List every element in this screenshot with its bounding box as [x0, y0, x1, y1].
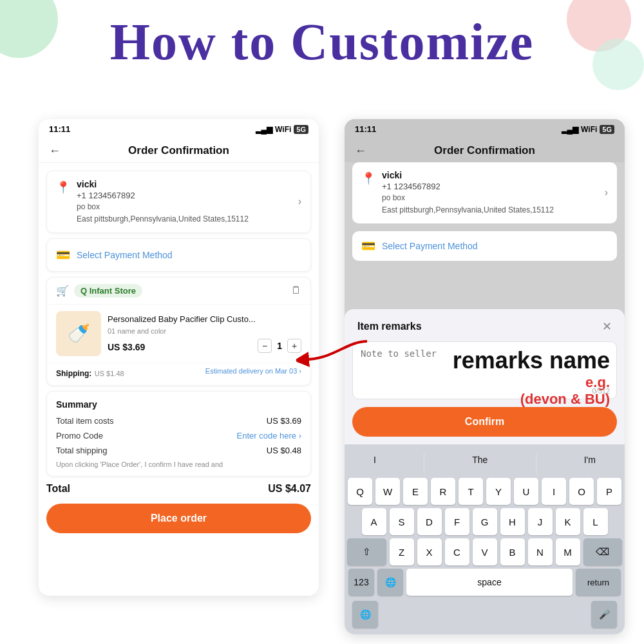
key-Z[interactable]: Z	[390, 538, 414, 565]
key-C[interactable]: C	[445, 538, 469, 565]
key-microphone[interactable]: 🎤	[591, 601, 617, 628]
store-icon-left: 🛒	[56, 285, 69, 297]
store-name-row: 🛒 Q Infant Store	[56, 284, 142, 298]
key-I[interactable]: I	[542, 478, 566, 505]
remarks-close-button[interactable]: ✕	[602, 319, 612, 334]
key-space[interactable]: space	[406, 569, 573, 596]
address-phone-left: +1 1234567892	[77, 191, 298, 200]
payment-card-left[interactable]: 💳 Select Payment Method	[46, 238, 311, 272]
key-K[interactable]: K	[556, 508, 580, 535]
key-T[interactable]: T	[459, 478, 483, 505]
key-H[interactable]: H	[500, 508, 525, 535]
note-icon-left[interactable]: 🗒	[291, 285, 301, 296]
payment-label-right: Select Payment Method	[382, 241, 478, 251]
note-to-seller-input[interactable]	[353, 342, 616, 393]
shipping-row-left: Shipping: US $1.48 Estimated delivery on…	[47, 363, 310, 385]
summary-promo-row[interactable]: Promo Code Enter code here ›	[56, 431, 301, 440]
back-button-right[interactable]: ←	[355, 144, 366, 158]
key-A[interactable]: A	[362, 508, 386, 535]
signal-icon-right: ▂▄▆	[562, 125, 579, 134]
keyboard-row-3: ⇧ Z X C V B N M ⌫	[347, 538, 622, 565]
total-row-left: Total US $4.07	[46, 483, 311, 495]
suggestion-Im[interactable]: I'm	[579, 453, 601, 474]
key-shift[interactable]: ⇧	[347, 538, 386, 565]
key-Q[interactable]: Q	[348, 478, 372, 505]
time-left: 11:11	[49, 124, 70, 134]
keyboard-row-1: Q W E R T Y U I O P	[347, 478, 622, 505]
product-name-left: Personalized Baby Pacifier Clip Custo...	[108, 314, 301, 325]
address-location-right: East pittsburgh,Pennsylvania,United Stat…	[382, 205, 605, 216]
summary-title-left: Summary	[56, 399, 301, 410]
status-icons-right: ▂▄▆ WiFi 5G	[562, 125, 614, 134]
address-phone-right: +1 1234567892	[382, 182, 605, 191]
order-confirmation-header-right: ← Order Confirmation	[345, 139, 625, 162]
address-card-right[interactable]: 📍 vicki +1 1234567892 po box East pittsb…	[352, 162, 617, 223]
key-U[interactable]: U	[514, 478, 538, 505]
address-po-right: po box	[382, 193, 605, 204]
qty-control-left: − 1 +	[258, 339, 301, 353]
keyboard-suggestions: I The I'm	[347, 450, 622, 478]
payment-label-left: Select Payment Method	[77, 250, 173, 260]
status-bar-left: 11:11 ▂▄▆ WiFi 5G	[39, 119, 319, 139]
place-order-button[interactable]: Place order	[46, 504, 311, 533]
key-M[interactable]: M	[556, 538, 580, 565]
store-header-left: 🛒 Q Infant Store 🗒	[47, 278, 310, 305]
qty-decrease-left[interactable]: −	[258, 339, 272, 353]
store-name-badge[interactable]: Q Infant Store	[74, 284, 142, 298]
total-shipping-value: US $0.48	[267, 446, 301, 455]
address-name-left: vicki	[77, 179, 298, 189]
address-po-left: po box	[77, 202, 298, 213]
item-costs-label: Total item costs	[56, 416, 114, 426]
qty-number-left: 1	[277, 341, 282, 351]
key-X[interactable]: X	[417, 538, 442, 565]
key-G[interactable]: G	[473, 508, 497, 535]
key-123[interactable]: 123	[348, 569, 374, 596]
key-B[interactable]: B	[500, 538, 525, 565]
address-name-right: vicki	[382, 170, 605, 180]
confirm-button[interactable]: Confirm	[352, 407, 617, 437]
key-R[interactable]: R	[431, 478, 455, 505]
address-card-left[interactable]: 📍 vicki +1 1234567892 po box East pittsb…	[46, 171, 311, 233]
key-globe[interactable]: 🌐	[377, 569, 403, 596]
keyboard-extra-row: 🌐 🎤	[347, 601, 622, 632]
total-label-left: Total	[46, 483, 70, 495]
key-L[interactable]: L	[583, 508, 608, 535]
char-count-label: 0/512	[592, 387, 610, 395]
remarks-title: Item remarks	[357, 321, 422, 332]
key-return[interactable]: return	[576, 569, 621, 596]
key-J[interactable]: J	[528, 508, 553, 535]
key-F[interactable]: F	[445, 508, 469, 535]
product-row-left: 🍼 Personalized Baby Pacifier Clip Custo.…	[47, 305, 310, 363]
address-chevron-right: ›	[605, 187, 608, 198]
order-confirmation-header-left: ← Order Confirmation	[39, 139, 319, 163]
promo-label: Promo Code	[56, 431, 103, 440]
key-E[interactable]: E	[403, 478, 428, 505]
payment-card-right[interactable]: 💳 Select Payment Method	[352, 231, 617, 261]
signal-icon-left: ▂▄▆	[256, 125, 273, 134]
disclaimer-text: Upon clicking 'Place Order', I confirm I…	[56, 460, 301, 468]
time-right: 11:11	[355, 124, 376, 134]
page-title: How to Customize	[0, 13, 644, 71]
red-arrow-indicator	[296, 335, 374, 367]
suggestion-The[interactable]: The	[467, 453, 493, 474]
location-icon-right: 📍	[361, 171, 375, 185]
summary-section-left: Summary Total item costs US $3.69 Promo …	[46, 391, 311, 477]
key-backspace[interactable]: ⌫	[583, 538, 623, 565]
key-V[interactable]: V	[473, 538, 497, 565]
left-phone-screenshot: 11:11 ▂▄▆ WiFi 5G ← Order Confirmation 📍…	[39, 119, 319, 596]
wifi-icon-right: WiFi	[581, 125, 597, 134]
key-globe-bottom[interactable]: 🌐	[352, 601, 378, 628]
key-O[interactable]: O	[569, 478, 594, 505]
key-S[interactable]: S	[390, 508, 414, 535]
key-D[interactable]: D	[417, 508, 442, 535]
suggestion-I[interactable]: I	[368, 453, 381, 474]
keyboard-row-2: A S D F G H J K L	[347, 508, 622, 535]
status-icons-left: ▂▄▆ WiFi 5G	[256, 125, 308, 134]
promo-value[interactable]: Enter code here ›	[237, 431, 301, 440]
key-P[interactable]: P	[597, 478, 621, 505]
back-button-left[interactable]: ←	[49, 144, 61, 158]
key-W[interactable]: W	[375, 478, 400, 505]
key-Y[interactable]: Y	[486, 478, 511, 505]
keyboard-bottom-row: 123 🌐 space return	[347, 569, 622, 596]
key-N[interactable]: N	[528, 538, 553, 565]
